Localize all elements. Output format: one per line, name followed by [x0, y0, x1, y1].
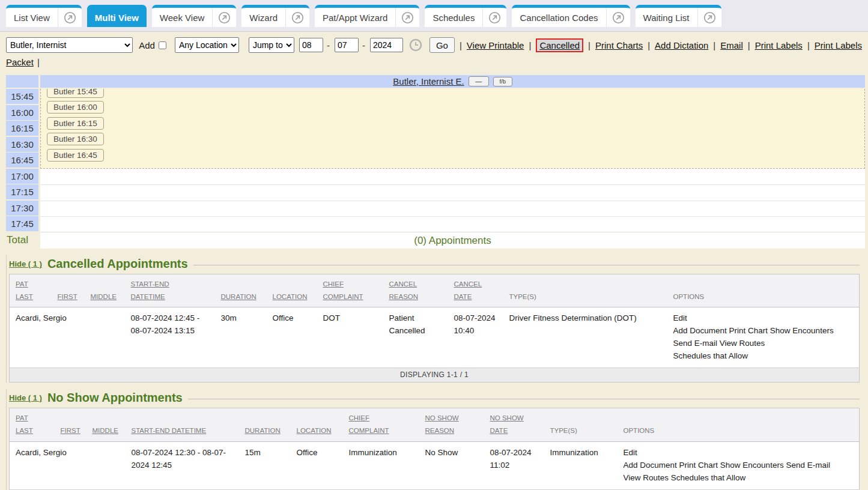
option-links[interactable]: Add Document Print Chart Show Encounters…: [624, 459, 857, 472]
schedule-toolbar: Butler, Internist Add Any Location Jump …: [0, 32, 868, 70]
open-new-window-icon[interactable]: [606, 8, 630, 27]
col-location[interactable]: LOCATION: [267, 274, 317, 307]
option-links[interactable]: Edit: [673, 312, 857, 325]
provider-schedule-column: Butler 15:45 Butler 16:00 Butler 16:15 B…: [40, 89, 865, 232]
slot-button-1630[interactable]: Butler 16:30: [47, 133, 104, 145]
open-new-window-icon[interactable]: [285, 8, 309, 27]
duration: 15m: [239, 441, 291, 489]
date-month-input[interactable]: [299, 38, 323, 52]
print-labels-link[interactable]: Print Labels: [755, 40, 803, 50]
add-dictation-link[interactable]: Add Dictation: [655, 40, 708, 50]
tab-cancellation-codes[interactable]: Cancellation Codes: [512, 5, 630, 27]
jump-to-select[interactable]: Jump to: [249, 37, 294, 53]
option-links[interactable]: Send E-mail View Routes: [673, 337, 857, 350]
patient-name: Acardi, Sergio: [10, 441, 55, 489]
add-checkbox[interactable]: [159, 41, 166, 50]
col-duration[interactable]: DURATION: [215, 274, 267, 307]
col-middle[interactable]: MIDDLE: [85, 274, 125, 307]
provider-select[interactable]: Butler, Internist: [6, 37, 133, 53]
grid-header-row: Butler, Internist E. — f/b: [6, 75, 865, 88]
open-new-window-icon[interactable]: [212, 8, 236, 27]
slot-button-1600[interactable]: Butler 16:00: [47, 101, 104, 113]
time-label: 16:00: [6, 105, 38, 120]
tab-label: Schedules: [425, 13, 482, 23]
time-column: 15:45 16:00 16:15 16:30 16:45 17:00 17:1…: [6, 89, 38, 232]
col-no-show-reason[interactable]: NO SHOW REASON: [419, 408, 484, 441]
tab-label: Wizard: [241, 13, 285, 23]
tab-label: Cancellation Codes: [512, 13, 605, 23]
date-dash: -: [327, 40, 330, 50]
col-pat-last[interactable]: PAT LAST: [10, 274, 52, 307]
col-start-end[interactable]: START-END DATETIME: [126, 408, 239, 441]
options-cell: Edit Add Document Print Chart Show Encou…: [618, 441, 860, 489]
tab-wizard[interactable]: Wizard: [241, 5, 309, 27]
separator: |: [713, 40, 715, 50]
tab-schedules[interactable]: Schedules: [425, 5, 506, 27]
time-label: 16:15: [6, 121, 38, 136]
time-column-header: [6, 75, 38, 88]
print-charts-link[interactable]: Print Charts: [595, 40, 643, 50]
print-labels-packet-link[interactable]: Print Labels: [815, 40, 862, 50]
print-labels-packet-link[interactable]: Packet: [6, 57, 34, 67]
patient-middle: [85, 307, 125, 368]
email-link[interactable]: Email: [720, 40, 743, 50]
tab-label: Week View: [152, 13, 212, 23]
table-header-row: PAT LAST FIRST MIDDLE START-END DATETIME…: [10, 274, 860, 307]
duration: 30m: [215, 307, 267, 368]
col-middle[interactable]: MIDDLE: [86, 408, 126, 441]
no-show-section-title: No Show Appointments: [47, 391, 183, 405]
date-year-input[interactable]: [370, 38, 403, 52]
hide-no-show-link[interactable]: Hide ( 1 ): [9, 393, 42, 402]
col-duration[interactable]: DURATION: [239, 408, 291, 441]
minimize-column-button[interactable]: —: [469, 76, 489, 86]
option-links[interactable]: Schedules that Allow: [673, 350, 857, 363]
section-heading: Hide ( 1 ) Cancelled Appointments: [9, 255, 860, 274]
date-dash: -: [362, 40, 365, 50]
separator: |: [648, 40, 650, 50]
slot-button-1645[interactable]: Butler 16:45: [47, 149, 104, 162]
col-no-show-date[interactable]: NO SHOW DATE: [484, 408, 544, 441]
tab-pat-appt-wizard[interactable]: Pat/Appt Wizard: [315, 5, 419, 27]
cancel-reason: Patient Cancelled: [383, 307, 448, 368]
tab-list-view[interactable]: List View: [6, 5, 82, 27]
col-start-end[interactable]: START-END DATETIME: [125, 274, 215, 307]
location-select[interactable]: Any Location: [175, 37, 239, 53]
time-label: 17:15: [6, 184, 38, 199]
tab-waiting-list[interactable]: Waiting List: [636, 5, 721, 27]
cancel-date: 08-07-2024 10:40: [448, 307, 503, 368]
slot-button-1545[interactable]: Butler 15:45: [47, 89, 104, 98]
col-first[interactable]: FIRST: [52, 274, 85, 307]
schedule-grid: Butler, Internist E. — f/b 15:45 16:00 1…: [6, 75, 865, 249]
fb-toggle-button[interactable]: f/b: [493, 77, 512, 86]
tab-multi-view[interactable]: Multi View: [87, 5, 147, 27]
open-new-window-icon[interactable]: [395, 8, 419, 27]
total-label: Total: [6, 232, 38, 249]
go-button[interactable]: Go: [429, 37, 455, 53]
provider-column-header: Butler, Internist E. — f/b: [40, 75, 865, 88]
col-types: TYPE(S): [503, 274, 667, 307]
cancelled-link[interactable]: Cancelled: [536, 38, 583, 52]
time-label: 17:00: [6, 169, 38, 184]
col-location[interactable]: LOCATION: [291, 408, 343, 441]
open-new-window-icon[interactable]: [482, 8, 506, 27]
tab-week-view[interactable]: Week View: [152, 5, 236, 27]
slot-button-1615[interactable]: Butler 16:15: [47, 117, 104, 130]
col-chief-complaint[interactable]: CHIEF COMPLAINT: [343, 408, 419, 441]
provider-header-link[interactable]: Butler, Internist E.: [393, 76, 464, 86]
col-first[interactable]: FIRST: [55, 408, 86, 441]
col-cancel-reason[interactable]: CANCEL REASON: [383, 274, 448, 307]
open-new-window-icon[interactable]: [58, 8, 82, 27]
option-links[interactable]: View Routes Schedules that Allow: [624, 472, 857, 485]
col-cancel-date[interactable]: CANCEL DATE: [448, 274, 503, 307]
hide-cancelled-link[interactable]: Hide ( 1 ): [9, 259, 42, 268]
open-new-window-icon[interactable]: [697, 8, 721, 27]
displaying-status: DISPLAYING 1-1 / 1: [10, 368, 860, 383]
col-pat-last[interactable]: PAT LAST: [10, 408, 55, 441]
multi-view-page: List View Multi View Week View Wizard Pa…: [0, 0, 868, 490]
clock-icon[interactable]: [409, 38, 422, 52]
option-links[interactable]: Add Document Print Chart Show Encounters: [673, 325, 857, 337]
view-printable-link[interactable]: View Printable: [467, 40, 524, 50]
col-chief-complaint[interactable]: CHIEF COMPLAINT: [317, 274, 383, 307]
option-links[interactable]: Edit: [624, 447, 857, 459]
date-day-input[interactable]: [335, 38, 359, 52]
